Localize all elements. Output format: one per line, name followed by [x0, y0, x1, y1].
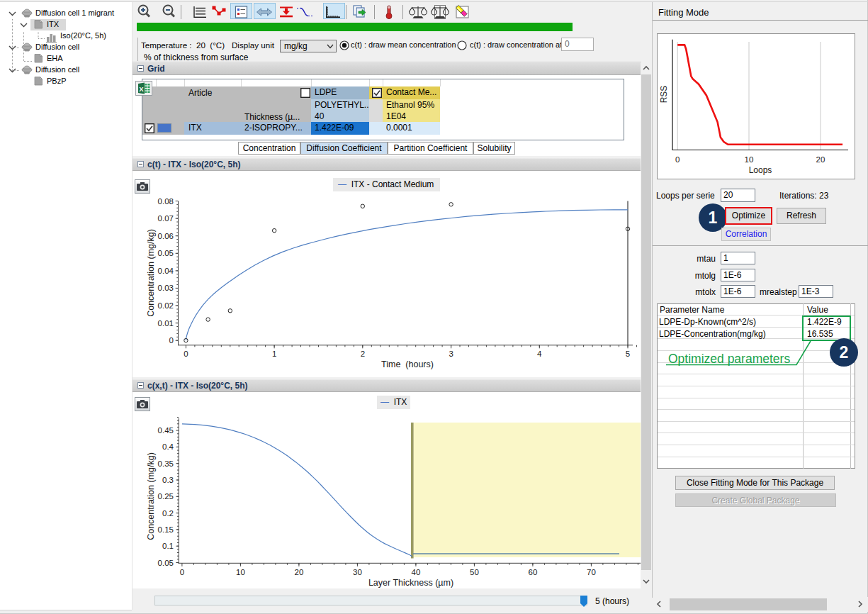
svg-text:RSS: RSS	[659, 86, 669, 104]
svg-text:40: 40	[412, 568, 421, 576]
svg-text:30: 30	[353, 568, 362, 576]
svg-text:0.01: 0.01	[158, 319, 174, 328]
svg-text:20: 20	[295, 568, 304, 576]
svg-text:60: 60	[529, 568, 538, 576]
svg-text:Concentration (mg/kg): Concentration (mg/kg)	[146, 452, 156, 540]
svg-text:0.45: 0.45	[158, 426, 174, 435]
svg-text:0.04: 0.04	[158, 267, 174, 275]
svg-text:50: 50	[470, 568, 479, 576]
svg-text:5: 5	[626, 350, 630, 358]
svg-text:4: 4	[537, 350, 542, 358]
svg-text:Time (hours): Time (hours)	[381, 359, 434, 369]
svg-text:0.35: 0.35	[158, 459, 174, 468]
svg-text:0.08: 0.08	[158, 197, 174, 206]
svg-text:Concentration (mg/kg): Concentration (mg/kg)	[146, 229, 156, 317]
svg-text:0.1: 0.1	[162, 542, 174, 550]
svg-text:0: 0	[169, 336, 174, 345]
svg-text:10: 10	[236, 568, 245, 576]
svg-text:Layer Thickness (µm): Layer Thickness (µm)	[368, 578, 453, 588]
svg-text:10: 10	[745, 155, 754, 164]
svg-text:20: 20	[816, 155, 825, 164]
svg-text:70: 70	[587, 568, 596, 576]
svg-text:2: 2	[361, 350, 365, 358]
svg-text:0: 0	[180, 568, 184, 576]
svg-text:0.15: 0.15	[158, 525, 174, 534]
svg-text:3: 3	[449, 350, 453, 358]
svg-text:0.02: 0.02	[158, 301, 174, 310]
svg-text:0.25: 0.25	[158, 492, 174, 501]
svg-text:Loops: Loops	[749, 165, 772, 175]
svg-text:1: 1	[272, 350, 276, 358]
svg-text:0.03: 0.03	[158, 284, 174, 292]
svg-text:0.05: 0.05	[158, 249, 174, 257]
svg-text:0.07: 0.07	[158, 214, 174, 223]
svg-text:0.05: 0.05	[158, 559, 174, 567]
svg-text:0: 0	[184, 350, 188, 358]
svg-text:0.4: 0.4	[162, 442, 174, 451]
svg-text:X: X	[139, 85, 144, 93]
svg-text:0.3: 0.3	[162, 476, 174, 484]
svg-text:0: 0	[675, 155, 680, 164]
svg-text:0.06: 0.06	[158, 232, 174, 240]
svg-text:0.2: 0.2	[162, 509, 174, 518]
